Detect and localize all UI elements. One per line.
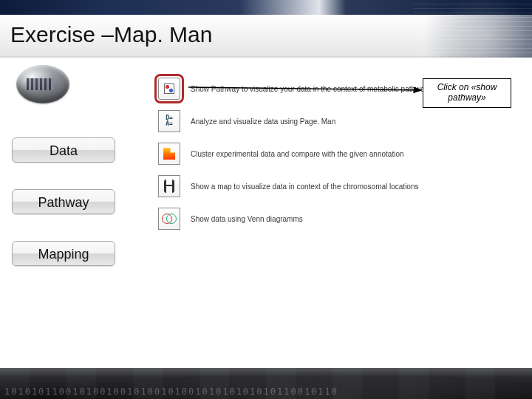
- footer-binary-text: 1010101100101001001010010100101010101010…: [0, 386, 532, 397]
- mapman-logo: [16, 65, 69, 103]
- option-label: Analyze and visualize data using Page. M…: [191, 117, 437, 126]
- sidebar-pill-data[interactable]: Data: [12, 137, 115, 163]
- pathway-icon: [158, 78, 180, 100]
- option-cluster[interactable]: Cluster experimental data and compare wi…: [158, 137, 437, 170]
- sidebar-pill-label: Pathway: [38, 195, 89, 210]
- welcome-options-panel: Show Pathway to visualize your data in t…: [158, 72, 437, 235]
- option-label: Show Pathway to visualize your data in t…: [191, 85, 437, 93]
- option-chromosomal-map[interactable]: Show a map to visualize data in context …: [158, 170, 437, 202]
- option-show-pathway[interactable]: Show Pathway to visualize your data in t…: [158, 72, 437, 105]
- pageman-icon: D=A=: [158, 110, 180, 132]
- sidebar-pill-mapping[interactable]: Mapping: [12, 241, 115, 266]
- sidebar-pill-label: Data: [50, 143, 78, 158]
- instruction-callout: Click on «show pathway»: [423, 78, 511, 108]
- sidebar-pill-pathway[interactable]: Pathway: [12, 189, 115, 214]
- slide-body: Data Pathway Mapping Show Pathway to vis…: [0, 58, 532, 368]
- chromosome-icon: [158, 175, 180, 197]
- option-label: Show a map to visualize data in context …: [191, 183, 437, 191]
- venn-icon: [158, 208, 180, 230]
- option-venn[interactable]: Show data using Venn diagramms: [158, 202, 437, 235]
- decorative-footer: 1010101100101001001010010100101010101010…: [0, 368, 532, 399]
- slide-title: Exercise –Map. Man: [10, 22, 522, 47]
- option-label: Cluster experimental data and compare wi…: [191, 150, 437, 158]
- cluster-icon: [158, 143, 180, 165]
- sidebar-pill-label: Mapping: [38, 247, 89, 262]
- title-bar: Exercise –Map. Man: [0, 15, 532, 58]
- callout-text: Click on «show pathway»: [437, 82, 497, 103]
- option-label: Show data using Venn diagramms: [191, 215, 437, 223]
- decorative-top-strip: [0, 0, 532, 15]
- option-pageman[interactable]: D=A= Analyze and visualize data using Pa…: [158, 105, 437, 137]
